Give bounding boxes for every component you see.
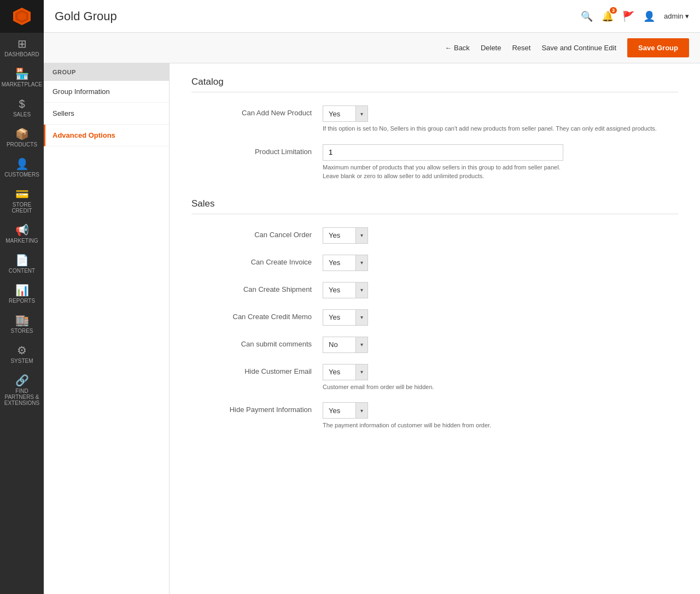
hide-payment-information-row: Hide Payment Information Yes ▾ The payme… — [191, 402, 678, 430]
system-icon: ⚙ — [17, 345, 27, 356]
back-link[interactable]: ← Back — [445, 44, 470, 52]
can-create-shipment-row: Can Create Shipment Yes ▾ — [191, 282, 678, 298]
can-create-credit-memo-field: Yes ▾ — [323, 309, 678, 326]
sidebar-item-marketing[interactable]: 📢 MARKETING — [0, 219, 44, 249]
hide-payment-information-select-wrap: Yes ▾ — [323, 402, 678, 419]
hide-customer-email-row: Hide Customer Email Yes ▾ Customer email… — [191, 364, 678, 392]
can-cancel-order-label: Can Cancel Order — [191, 227, 312, 239]
can-add-new-product-row: Can Add New Product Yes ▾ If this option… — [191, 105, 678, 133]
product-limitation-row: Product Limitation Maximum number of pro… — [191, 144, 678, 181]
sales-icon: $ — [19, 98, 25, 109]
can-create-credit-memo-dropdown[interactable]: ▾ — [355, 309, 368, 326]
sidebar-item-dashboard[interactable]: ⊞ DASHBOARD — [0, 33, 44, 63]
can-add-new-product-dropdown[interactable]: ▾ — [355, 105, 368, 122]
sidebar-item-stores[interactable]: 🏬 STORES — [0, 309, 44, 339]
products-icon: 📦 — [15, 128, 29, 139]
hide-customer-email-field: Yes ▾ Customer email from order will be … — [323, 364, 678, 392]
can-create-invoice-row: Can Create Invoice Yes ▾ — [191, 255, 678, 271]
find-partners-icon: 🔗 — [15, 375, 29, 386]
can-submit-comments-select-wrap: No ▾ — [323, 337, 678, 353]
catalog-section-title: Catalog — [191, 77, 678, 87]
can-create-credit-memo-select-wrap: Yes ▾ — [323, 309, 678, 326]
can-cancel-order-row: Can Cancel Order Yes ▾ — [191, 227, 678, 244]
can-create-credit-memo-row: Can Create Credit Memo Yes ▾ — [191, 309, 678, 326]
sidebar-item-sales[interactable]: $ SALES — [0, 93, 44, 123]
admin-user-icon: 👤 — [643, 10, 655, 22]
can-submit-comments-row: Can submit comments No ▾ — [191, 337, 678, 353]
notifications-badge: 3 — [610, 7, 617, 14]
can-create-shipment-field: Yes ▾ — [323, 282, 678, 298]
left-nav-item-advanced-options[interactable]: Advanced Options — [44, 125, 169, 146]
save-group-button[interactable]: Save Group — [627, 38, 689, 57]
store-credit-icon: 💳 — [15, 189, 29, 199]
sidebar-item-reports[interactable]: 📊 REPORTS — [0, 279, 44, 309]
sidebar-item-store-credit[interactable]: 💳 STORE CREDIT — [0, 183, 44, 219]
can-create-shipment-value: Yes — [323, 282, 355, 298]
left-nav: GROUP Group Information Sellers Advanced… — [44, 63, 170, 594]
hide-payment-information-label: Hide Payment Information — [191, 402, 312, 414]
sidebar-item-customers[interactable]: 👤 CUSTOMERS — [0, 153, 44, 183]
stores-icon: 🏬 — [15, 315, 29, 326]
marketing-icon: 📢 — [15, 225, 29, 236]
hide-customer-email-select-wrap: Yes ▾ — [323, 364, 678, 380]
logo[interactable] — [0, 0, 44, 33]
content-icon: 📄 — [15, 255, 29, 266]
form-area: Catalog Can Add New Product Yes ▾ If thi… — [170, 63, 700, 594]
hide-customer-email-value: Yes — [323, 364, 355, 380]
can-create-credit-memo-label: Can Create Credit Memo — [191, 309, 312, 321]
dashboard-icon: ⊞ — [18, 38, 27, 49]
reports-icon: 📊 — [15, 285, 29, 296]
catalog-divider — [191, 92, 678, 92]
can-create-invoice-value: Yes — [323, 255, 355, 271]
customers-icon: 👤 — [15, 158, 29, 169]
hide-payment-information-hint: The payment information of customer will… — [323, 421, 678, 430]
can-add-new-product-value: Yes — [323, 105, 355, 122]
product-limitation-label: Product Limitation — [191, 144, 312, 156]
sales-section-title: Sales — [191, 198, 678, 209]
search-icon[interactable]: 🔍 — [581, 10, 593, 22]
hide-payment-information-dropdown[interactable]: ▾ — [355, 402, 368, 419]
can-submit-comments-label: Can submit comments — [191, 337, 312, 348]
can-create-shipment-dropdown[interactable]: ▾ — [355, 282, 368, 298]
can-create-invoice-label: Can Create Invoice — [191, 255, 312, 266]
sidebar: ⊞ DASHBOARD 🏪 MARKETPLACE $ SALES 📦 PROD… — [0, 0, 44, 594]
can-add-new-product-hint: If this option is set to No, Sellers in … — [323, 124, 678, 133]
hide-customer-email-dropdown[interactable]: ▾ — [355, 364, 368, 380]
hide-customer-email-hint: Customer email from order will be hidden… — [323, 383, 678, 392]
sidebar-item-content[interactable]: 📄 CONTENT — [0, 249, 44, 279]
left-nav-item-group-information[interactable]: Group Information — [44, 81, 169, 103]
admin-menu[interactable]: admin ▾ — [664, 12, 689, 20]
main-content: Gold Group 🔍 🔔 3 🚩 👤 admin ▾ ← Back Dele… — [44, 0, 700, 594]
header-actions: 🔍 🔔 3 🚩 👤 admin ▾ — [581, 10, 689, 22]
marketplace-icon: 🏪 — [15, 68, 29, 79]
sidebar-item-find-partners[interactable]: 🔗 FIND PARTNERS & EXTENSIONS — [0, 369, 44, 411]
can-create-invoice-select-wrap: Yes ▾ — [323, 255, 678, 271]
reset-link[interactable]: Reset — [512, 44, 530, 52]
sidebar-item-products[interactable]: 📦 PRODUCTS — [0, 123, 44, 153]
sales-divider — [191, 214, 678, 214]
sidebar-item-system[interactable]: ⚙ SYSTEM — [0, 339, 44, 369]
content-area: GROUP Group Information Sellers Advanced… — [44, 63, 700, 594]
can-submit-comments-value: No — [323, 337, 355, 353]
page-title: Gold Group — [55, 9, 117, 23]
can-create-shipment-label: Can Create Shipment — [191, 282, 312, 293]
can-create-credit-memo-value: Yes — [323, 309, 355, 326]
sidebar-item-marketplace[interactable]: 🏪 MARKETPLACE — [0, 63, 44, 93]
hide-payment-information-value: Yes — [323, 402, 355, 419]
flag-icon[interactable]: 🚩 — [622, 10, 634, 22]
left-nav-item-sellers[interactable]: Sellers — [44, 103, 169, 125]
notifications-icon[interactable]: 🔔 3 — [602, 10, 614, 22]
can-add-new-product-field: Yes ▾ If this option is set to No, Selle… — [323, 105, 678, 133]
can-cancel-order-value: Yes — [323, 227, 355, 244]
can-submit-comments-dropdown[interactable]: ▾ — [355, 337, 368, 353]
can-add-new-product-select-wrap: Yes ▾ — [323, 105, 678, 122]
delete-link[interactable]: Delete — [481, 44, 501, 52]
can-cancel-order-dropdown[interactable]: ▾ — [355, 227, 368, 244]
hide-payment-information-field: Yes ▾ The payment information of custome… — [323, 402, 678, 430]
hide-customer-email-label: Hide Customer Email — [191, 364, 312, 375]
can-cancel-order-field: Yes ▾ — [323, 227, 678, 244]
save-continue-button[interactable]: Save and Continue Edit — [541, 44, 616, 52]
product-limitation-input[interactable] — [323, 144, 563, 161]
can-create-invoice-dropdown[interactable]: ▾ — [355, 255, 368, 271]
action-bar: ← Back Delete Reset Save and Continue Ed… — [44, 33, 700, 63]
